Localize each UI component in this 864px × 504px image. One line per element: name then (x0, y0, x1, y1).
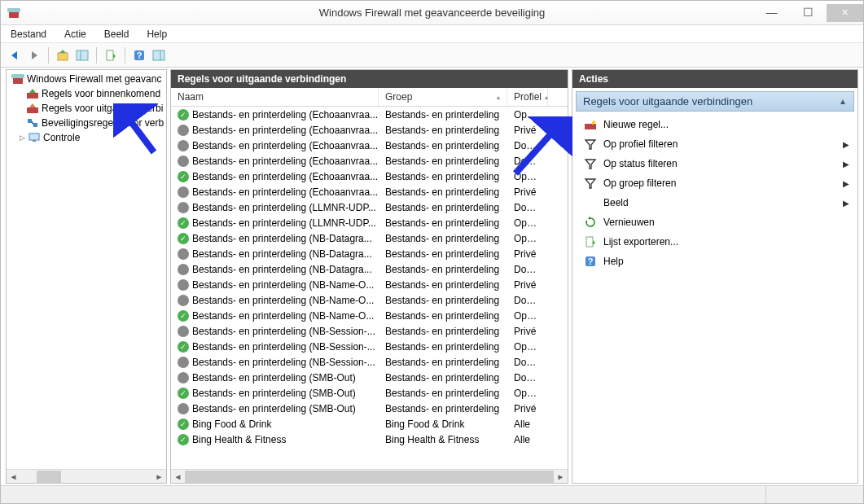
table-row[interactable]: Bestands- en printerdeling (NB-Datagra..… (171, 246, 568, 261)
svg-marker-19 (29, 103, 36, 107)
rule-name: Bing Health & Fitness (192, 434, 286, 445)
svg-rect-6 (77, 50, 88, 60)
table-row[interactable]: Bestands- en printerdeling (NB-Datagra..… (171, 230, 568, 246)
back-button[interactable] (6, 46, 24, 64)
window-title: Windows Firewall met geavanceerde beveil… (1, 7, 863, 19)
table-row[interactable]: Bestands- en printerdeling (NB-Datagra..… (171, 261, 568, 277)
export-button[interactable] (102, 46, 120, 64)
svg-marker-30 (586, 179, 595, 188)
forward-button[interactable] (25, 46, 43, 64)
collapse-icon[interactable]: ▲ (839, 97, 847, 106)
table-row[interactable]: Bestands- en printerdeling (Echoaanvraa.… (171, 184, 568, 199)
table-row[interactable]: Bestands- en printerdeling (NB-Name-O...… (171, 292, 568, 308)
rule-enabled-icon (178, 341, 189, 353)
rule-name: Bestands- en printerdeling (SMB-Out) (192, 403, 356, 414)
table-row[interactable]: Bestands- en printerdeling (LLMNR-UDP...… (171, 215, 568, 230)
rule-profile: Domei (507, 357, 548, 368)
table-row[interactable]: Bestands- en printerdeling (Echoaanvraa.… (171, 169, 568, 184)
rule-name: Bestands- en printerdeling (SMB-Out) (192, 388, 356, 399)
rule-profile: Openb (507, 341, 548, 353)
action-op-status-filteren[interactable]: Op status filteren▶ (572, 154, 857, 173)
list-pane-title: Regels voor uitgaande verbindingen (171, 70, 568, 88)
table-row[interactable]: Bestands- en printerdeling (Echoaanvraa.… (171, 122, 568, 138)
help-button[interactable]: ? (130, 46, 148, 64)
rule-name: Bestands- en printerdeling (NB-Datagra..… (192, 233, 372, 244)
rule-name: Bing Food & Drink (192, 419, 271, 430)
rule-disabled-icon (178, 326, 189, 337)
action-label: Lijst exporteren... (603, 236, 678, 248)
menu-actie[interactable]: Actie (61, 27, 90, 42)
action-op-groep-filteren[interactable]: Op groep filteren▶ (572, 173, 857, 193)
rule-group: Bestands- en printerdeling (379, 202, 507, 213)
table-row[interactable]: Bestands- en printerdeling (NB-Session-.… (171, 354, 568, 370)
rule-group: Bestands- en printerdeling (379, 295, 507, 306)
column-header-profile[interactable]: Profiel▴ (507, 88, 548, 106)
monitor-icon (28, 131, 41, 144)
svg-marker-33 (593, 240, 595, 245)
up-button[interactable] (54, 46, 72, 64)
tree-root[interactable]: Windows Firewall met geavanc (8, 72, 164, 86)
table-row[interactable]: Bestands- en printerdeling (LLMNR-UDP...… (171, 199, 568, 215)
tree-item-connection-security[interactable]: Beveiligingsregels voor verb (8, 116, 164, 130)
maximize-button[interactable]: ☐ (790, 4, 827, 22)
tree-horizontal-scrollbar[interactable]: ◄► (7, 469, 166, 483)
action-label: Op profiel filteren (603, 138, 678, 150)
tree-item-inbound[interactable]: Regels voor binnenkomend (8, 86, 164, 101)
action-label: Help (603, 256, 624, 267)
minimize-button[interactable]: — (753, 4, 790, 22)
action-op-profiel-filteren[interactable]: Op profiel filteren▶ (572, 134, 857, 154)
table-row[interactable]: Bestands- en printerdeling (NB-Session-.… (171, 323, 568, 339)
table-row[interactable]: Bestands- en printerdeling (Echoaanvraa.… (171, 138, 568, 153)
table-row[interactable]: Bestands- en printerdeling (SMB-Out)Best… (171, 370, 568, 385)
action-label: Vernieuwen (603, 217, 655, 228)
menu-help[interactable]: Help (143, 27, 170, 42)
rule-profile: Privé (507, 248, 548, 260)
action-beeld[interactable]: Beeld▶ (572, 193, 857, 213)
action-label: Beeld (603, 197, 629, 208)
table-row[interactable]: Bing Health & FitnessBing Health & Fitne… (171, 432, 568, 447)
rule-group: Bestands- en printerdeling (379, 341, 507, 353)
rule-profile: Domei (507, 140, 548, 151)
column-header-group[interactable]: Groep▴ (379, 88, 507, 106)
show-tree-button[interactable] (73, 46, 91, 64)
table-row[interactable]: Bestands- en printerdeling (SMB-Out)Best… (171, 385, 568, 401)
column-header-name[interactable]: Naam (171, 88, 379, 106)
rule-profile: Domei (507, 156, 548, 167)
rule-enabled-icon (178, 388, 189, 399)
table-row[interactable]: Bestands- en printerdeling (SMB-Out)Best… (171, 401, 568, 416)
table-row[interactable]: Bing Food & DrinkBing Food & DrinkAlle (171, 416, 568, 432)
rule-enabled-icon (178, 419, 189, 430)
list-horizontal-scrollbar[interactable]: ◄► (171, 469, 568, 483)
close-button[interactable]: × (827, 4, 863, 22)
rule-profile: Domei (507, 372, 548, 383)
action-help[interactable]: ?Help (572, 252, 857, 271)
action-label: Op status filteren (603, 158, 678, 169)
table-row[interactable]: Bestands- en printerdeling (NB-Session-.… (171, 339, 568, 354)
statusbar-grip (765, 486, 863, 503)
action-vernieuwen[interactable]: Vernieuwen (572, 213, 857, 232)
svg-marker-28 (586, 140, 595, 149)
expander-icon[interactable]: ▷ (20, 134, 26, 142)
menu-bestand[interactable]: Bestand (7, 27, 50, 42)
export-icon (584, 235, 597, 248)
actions-heading[interactable]: Regels voor uitgaande verbindingen ▲ (576, 91, 854, 112)
rule-name: Bestands- en printerdeling (LLMNR-UDP... (192, 217, 376, 229)
table-row[interactable]: Bestands- en printerdeling (Echoaanvraa.… (171, 153, 568, 169)
rule-group: Bestands- en printerdeling (379, 403, 507, 414)
tree-item-label: Regels voor uitgaande verbi (42, 103, 163, 114)
tree-item-monitoring[interactable]: ▷ Controle (8, 130, 164, 145)
table-row[interactable]: Bestands- en printerdeling (NB-Name-O...… (171, 277, 568, 292)
rule-group: Bestands- en printerdeling (379, 388, 507, 399)
action-nieuwe-regel[interactable]: Nieuwe regel... (572, 115, 857, 134)
actions-pane-button[interactable] (150, 46, 168, 64)
tree-item-outbound[interactable]: Regels voor uitgaande verbi (8, 101, 164, 116)
action-lijst-exporteren[interactable]: Lijst exporteren... (572, 232, 857, 252)
menu-beeld[interactable]: Beeld (101, 27, 133, 42)
rule-disabled-icon (178, 357, 189, 368)
table-row[interactable]: Bestands- en printerdeling (NB-Name-O...… (171, 308, 568, 323)
list-body[interactable]: Bestands- en printerdeling (Echoaanvraa.… (171, 107, 568, 469)
rule-group: Bestands- en printerdeling (379, 372, 507, 383)
submenu-arrow-icon: ▶ (843, 160, 849, 169)
svg-marker-9 (113, 54, 116, 59)
table-row[interactable]: Bestands- en printerdeling (Echoaanvraa.… (171, 107, 568, 122)
